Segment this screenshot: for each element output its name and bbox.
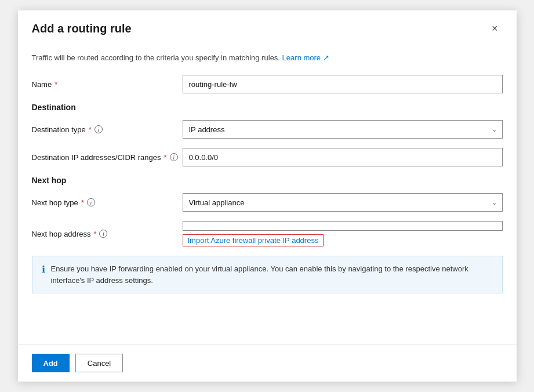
destination-type-select-wrapper: IP address Service Tag ⌄ bbox=[183, 120, 503, 139]
cancel-button[interactable]: Cancel bbox=[75, 354, 123, 372]
destination-ip-info-icon: i bbox=[170, 153, 178, 161]
nexthop-type-info-icon: i bbox=[87, 198, 95, 206]
learn-more-link[interactable]: Learn more ↗ bbox=[282, 53, 329, 62]
close-button[interactable]: × bbox=[487, 21, 503, 36]
nexthop-type-select-wrapper: Virtual appliance Internet None VirtualN… bbox=[183, 193, 503, 212]
nexthop-address-info-icon: i bbox=[99, 230, 107, 238]
destination-heading: Destination bbox=[32, 103, 503, 112]
nexthop-heading: Next hop bbox=[32, 176, 503, 185]
dest-type-required-star: * bbox=[89, 125, 92, 134]
add-button[interactable]: Add bbox=[32, 354, 70, 372]
destination-ip-row: Destination IP addresses/CIDR ranges * i bbox=[32, 148, 503, 166]
destination-type-row: Destination type * i IP address Service … bbox=[32, 120, 503, 139]
dialog-footer: Add Cancel bbox=[18, 344, 517, 382]
dest-ip-required-star: * bbox=[164, 153, 167, 162]
nexthop-address-input[interactable] bbox=[183, 221, 503, 231]
nexthop-address-label: Next hop address * i bbox=[32, 230, 183, 238]
nexthop-address-required-star: * bbox=[93, 230, 96, 238]
dialog-body: Traffic will be routed according to the … bbox=[18, 42, 517, 344]
dialog-header: Add a routing rule × bbox=[18, 10, 517, 42]
nexthop-address-col: Import Azure firewall private IP address bbox=[183, 221, 503, 246]
external-link-icon: ↗ bbox=[323, 53, 329, 62]
destination-type-select[interactable]: IP address Service Tag bbox=[183, 120, 503, 139]
import-azure-firewall-link[interactable]: Import Azure firewall private IP address bbox=[183, 234, 324, 246]
destination-type-info-icon: i bbox=[95, 125, 103, 133]
name-required-star: * bbox=[55, 80, 57, 89]
name-row: Name * bbox=[32, 75, 503, 93]
name-input[interactable] bbox=[183, 75, 503, 93]
name-label: Name * bbox=[32, 80, 183, 89]
destination-ip-input[interactable] bbox=[183, 148, 503, 166]
info-box: ℹ Ensure you have IP forwarding enabled … bbox=[32, 256, 503, 293]
dialog-title: Add a routing rule bbox=[32, 22, 132, 35]
info-box-text: Ensure you have IP forwarding enabled on… bbox=[51, 263, 493, 286]
destination-type-label: Destination type * i bbox=[32, 125, 183, 134]
nexthop-type-select[interactable]: Virtual appliance Internet None VirtualN… bbox=[183, 193, 503, 212]
destination-ip-label: Destination IP addresses/CIDR ranges * i bbox=[32, 153, 183, 162]
routing-rule-dialog: Add a routing rule × Traffic will be rou… bbox=[18, 10, 517, 382]
info-box-icon: ℹ bbox=[42, 264, 45, 275]
nexthop-type-label: Next hop type * i bbox=[32, 198, 183, 207]
info-text: Traffic will be routed according to the … bbox=[32, 53, 503, 62]
nexthop-address-row: Next hop address * i Import Azure firewa… bbox=[32, 221, 503, 246]
nexthop-type-row: Next hop type * i Virtual appliance Inte… bbox=[32, 193, 503, 212]
nexthop-type-required-star: * bbox=[81, 198, 84, 207]
